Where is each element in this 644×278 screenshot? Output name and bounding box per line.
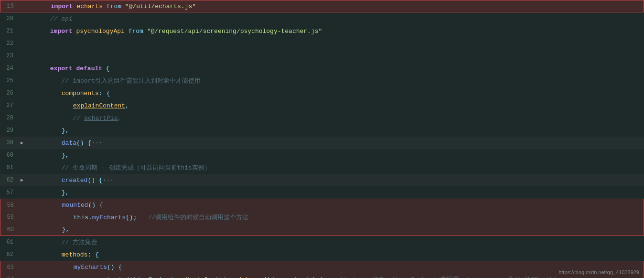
line-number: 61	[0, 164, 18, 171]
dollar-prop: .$echarts	[145, 276, 178, 278]
line-number: 20	[0, 15, 18, 22]
line-number: 25	[0, 77, 18, 84]
fn-echarts: echarts	[100, 276, 126, 278]
punc: ,	[257, 276, 264, 278]
keyword-new: new	[85, 276, 100, 278]
code-line-64: 64 new echarts(this.$echarts, "main", th…	[0, 273, 644, 278]
line-number: 62	[0, 177, 18, 183]
code-editor: 19 import echarts from "@/util/echarts.j…	[0, 0, 644, 278]
keyword-from: from	[125, 28, 147, 35]
string-main: "main"	[186, 276, 208, 278]
line-number: 22	[0, 40, 18, 47]
line-number: 59	[0, 214, 19, 221]
fold-arrow: ▶	[18, 140, 26, 146]
line-number: 26	[0, 90, 18, 96]
code-line-22: 22	[0, 37, 644, 50]
code-line-21: 21 import psychologyApi from "@/request/…	[0, 25, 644, 37]
keyword-import: import	[50, 28, 76, 35]
line-number: 63	[0, 264, 19, 271]
line-number: 21	[0, 28, 18, 34]
line-number: 29	[0, 127, 18, 134]
punc: );	[320, 276, 338, 278]
punc: ,	[178, 276, 186, 278]
line-number: 19	[0, 3, 19, 10]
code-content: new echarts(this.$echarts, "main", this.…	[26, 268, 644, 278]
line-number: 30	[0, 139, 18, 146]
line-number: 27	[0, 102, 18, 109]
punc: ,	[208, 276, 215, 278]
line-number: 60	[0, 152, 18, 159]
punc: .	[230, 276, 234, 278]
keyword-this2: this	[215, 276, 230, 278]
string-path: "@/request/api/screening/psychology-teac…	[147, 28, 322, 35]
line-number: 62	[0, 251, 18, 258]
comment: //echarts传参, this.$echarts声明是echarts, ma…	[338, 276, 590, 278]
line-number: 64	[0, 276, 19, 278]
line-number: 60	[0, 226, 19, 233]
keyword-this3: this	[264, 276, 279, 278]
keyword-this: this	[129, 276, 144, 278]
prop-xdatas: xdatas	[234, 276, 257, 278]
line-number: 61	[0, 239, 18, 246]
prop-seriesdata: seriesdata	[282, 276, 320, 278]
var-psychology: psychologyApi	[76, 28, 124, 35]
line-number: 24	[0, 65, 18, 72]
line-number: 28	[0, 115, 18, 121]
line-number: 23	[0, 53, 18, 59]
line-number: 57	[0, 189, 18, 196]
line-number: 58	[0, 202, 19, 209]
watermark: https://blog.csdn.net/qq_41038929	[558, 269, 639, 275]
fold-arrow: ▶	[18, 177, 26, 183]
